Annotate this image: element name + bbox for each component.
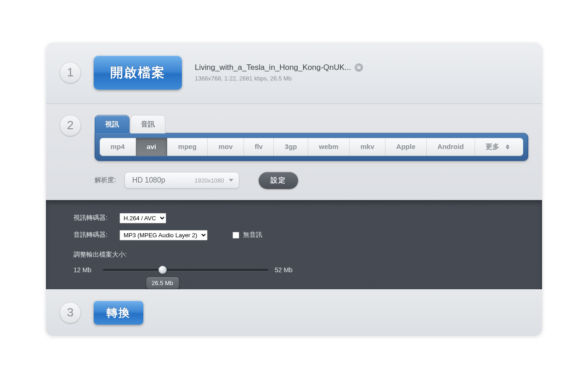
updown-icon (506, 144, 509, 149)
file-name-label: Living_with_a_Tesla_in_Hong_Kong-QnUK... (195, 63, 351, 72)
format-more-label: 更多 (486, 143, 499, 151)
size-max-label: 52 Mb (275, 266, 298, 274)
format-3gp[interactable]: 3gp (274, 138, 308, 156)
audio-codec-label: 音訊轉碼器: (74, 231, 113, 239)
tabs-row: 2 視訊 音訊 (46, 104, 542, 133)
converter-window: 1 開啟檔案 Living_with_a_Tesla_in_Hong_Kong-… (46, 43, 542, 336)
resolution-dims: 1920x1080 (194, 177, 224, 184)
format-android[interactable]: Android (427, 138, 475, 156)
format-bar-container: mp4 avi mpeg mov flv 3gp webm mkv Apple … (95, 133, 528, 161)
section-open-file: 1 開啟檔案 Living_with_a_Tesla_in_Hong_Kong-… (46, 43, 542, 104)
format-webm[interactable]: webm (308, 138, 350, 156)
no-audio-checkbox-row[interactable]: 無音訊 (232, 231, 262, 239)
advanced-panel: 視訊轉碼器: H.264 / AVC 音訊轉碼器: MP3 (MPEG Audi… (46, 200, 542, 289)
size-slider-value: 26.5 Mb (146, 277, 179, 289)
resolution-value: HD 1080p (132, 176, 165, 184)
chevron-down-icon (229, 179, 233, 182)
step-badge-3: 3 (60, 302, 81, 323)
output-size-title: 調整輸出檔案大小: (74, 251, 528, 259)
convert-button[interactable]: 轉換 (94, 301, 143, 325)
size-slider-track[interactable]: 26.5 Mb (103, 269, 268, 271)
format-mp4[interactable]: mp4 (100, 138, 136, 156)
step-badge-1: 1 (60, 62, 81, 83)
format-avi[interactable]: avi (136, 138, 168, 156)
section-convert: 3 轉換 (46, 289, 542, 336)
video-codec-label: 視訊轉碼器: (74, 214, 113, 222)
format-mkv[interactable]: mkv (350, 138, 385, 156)
file-info: Living_with_a_Tesla_in_Hong_Kong-QnUK...… (195, 63, 363, 82)
settings-button[interactable]: 設定 (259, 172, 298, 189)
size-min-label: 12 Mb (74, 266, 96, 274)
format-mov[interactable]: mov (208, 138, 244, 156)
size-slider-row: 12 Mb 26.5 Mb 52 Mb (74, 266, 528, 274)
section-format: 2 視訊 音訊 mp4 avi mpeg mov flv 3gp webm mk… (46, 104, 542, 289)
resolution-row: 解析度: HD 1080p 1920x1080 設定 (46, 161, 542, 200)
video-codec-select[interactable]: H.264 / AVC (119, 213, 166, 223)
file-meta-label: 1366x768, 1:22, 2681 kbps, 26.5 Mb (195, 75, 363, 82)
remove-file-icon[interactable]: ✕ (355, 63, 363, 72)
format-more[interactable]: 更多 (475, 138, 523, 156)
tab-audio[interactable]: 音訊 (130, 115, 165, 133)
resolution-label: 解析度: (95, 176, 116, 184)
no-audio-label: 無音訊 (243, 231, 262, 239)
format-mpeg[interactable]: mpeg (167, 138, 208, 156)
format-apple[interactable]: Apple (385, 138, 427, 156)
format-bar: mp4 avi mpeg mov flv 3gp webm mkv Apple … (100, 138, 523, 156)
tab-video[interactable]: 視訊 (95, 115, 130, 133)
open-file-button[interactable]: 開啟檔案 (94, 56, 182, 90)
audio-codec-select[interactable]: MP3 (MPEG Audio Layer 2) (119, 230, 208, 241)
step-badge-2: 2 (60, 115, 81, 136)
format-flv[interactable]: flv (244, 138, 274, 156)
no-audio-checkbox[interactable] (232, 232, 239, 239)
resolution-select[interactable]: HD 1080p 1920x1080 (124, 172, 239, 189)
size-slider-handle[interactable] (158, 266, 167, 274)
